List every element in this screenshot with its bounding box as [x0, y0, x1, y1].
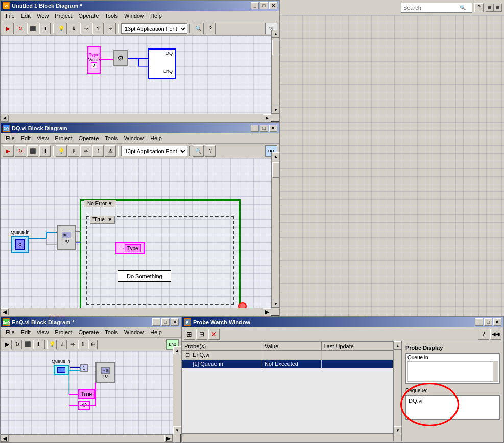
search-input[interactable] — [403, 5, 460, 11]
enq-run[interactable]: ▶ — [3, 340, 12, 349]
enq-zoom[interactable]: ⊕ — [88, 340, 98, 349]
enq-step-over[interactable]: ⇒ — [68, 340, 77, 349]
menu-edit[interactable]: Edit — [18, 12, 34, 20]
dq-abort[interactable]: ⬛ — [27, 145, 38, 157]
dequeue-block[interactable]: ⊞→ DQ — [57, 225, 76, 250]
dq-titlebar[interactable]: DQ DQ.vi Block Diagram _ □ ✕ — [1, 123, 279, 133]
dq-run[interactable]: ▶ — [3, 145, 14, 157]
enq-titlebar[interactable]: EnQ EnQ.vi Block Diagram * _ □ ✕ — [1, 317, 181, 327]
enq-close[interactable]: ✕ — [171, 318, 179, 326]
dq-tools[interactable]: Tools — [102, 134, 121, 142]
enq-step-out[interactable]: ⇑ — [78, 340, 87, 349]
true-block[interactable]: True — [78, 389, 95, 399]
dq-run-cont[interactable]: ↻ — [15, 145, 26, 157]
pause-btn[interactable]: ⏸ — [39, 23, 51, 34]
maximize-btn[interactable]: □ — [260, 2, 268, 9]
enq-scroll-down[interactable]: ▼ — [173, 426, 181, 434]
warn-btn[interactable]: ⚠ — [105, 23, 116, 34]
highlight-btn[interactable]: 💡 — [56, 23, 67, 34]
type-block-inner[interactable]: → Type — [115, 242, 145, 254]
menu-tools[interactable]: Tools — [102, 12, 121, 20]
menu-help[interactable]: Help — [147, 12, 165, 20]
enq-window[interactable]: Window — [121, 328, 147, 336]
dq-pause[interactable]: ⏸ — [39, 145, 51, 157]
menu-view[interactable]: View — [34, 12, 52, 20]
queue-in-terminal[interactable]: Queue in Q — [11, 230, 30, 253]
dq-scroll-left[interactable]: ◀ — [1, 308, 9, 315]
dq-highlight[interactable]: 💡 — [56, 145, 67, 157]
enq-highlight[interactable]: 💡 — [47, 340, 57, 349]
dq-scroll-down[interactable]: ▼ — [272, 300, 280, 308]
enq-scroll-up[interactable]: ▲ — [173, 346, 181, 354]
scroll-left[interactable]: ◀ — [1, 115, 9, 122]
probe-add-btn[interactable]: ⊞ — [184, 329, 195, 340]
menu-file[interactable]: File — [3, 12, 18, 20]
scroll-thumb[interactable] — [272, 40, 279, 55]
dq-operate[interactable]: Operate — [76, 134, 102, 142]
queue-in-block[interactable]: Q — [11, 236, 29, 253]
dq-warn[interactable]: ⚠ — [105, 145, 116, 157]
untitled-hscroll[interactable]: ◀ ▶ — [1, 114, 271, 122]
enqueue-block[interactable]: →⊞ EQ — [95, 362, 115, 383]
probe-add-row-btn[interactable]: ⊟ — [196, 329, 207, 340]
close-btn[interactable]: ✕ — [269, 2, 277, 9]
enq-help[interactable]: Help — [147, 328, 165, 336]
dq-scroll-up[interactable]: ▲ — [272, 152, 280, 160]
dq-step-out[interactable]: ⇑ — [92, 145, 104, 157]
scroll-right[interactable]: ▶ — [263, 114, 271, 121]
enq-project[interactable]: Project — [52, 328, 75, 336]
dq-project[interactable]: Project — [52, 134, 75, 142]
probe-vscroll[interactable]: ▲ ▼ — [393, 341, 401, 441]
probe-row-queue[interactable]: [1] Queue in Not Executed — [182, 360, 393, 368]
dq-scroll-thumb[interactable] — [272, 162, 279, 178]
probe-help-btn[interactable]: ? — [478, 329, 489, 340]
help-btn[interactable]: ? — [474, 3, 484, 12]
probe-hscroll[interactable] — [182, 433, 393, 441]
probe-close[interactable]: ✕ — [493, 318, 501, 326]
dq-step-over[interactable]: ⇒ — [80, 145, 91, 157]
scroll-down[interactable]: ▼ — [272, 106, 280, 114]
enq-hscroll-left[interactable]: ◀ — [1, 435, 9, 442]
enq-hscroll-right[interactable]: ▶ — [164, 435, 173, 442]
step-out-btn[interactable]: ⇑ — [92, 23, 104, 34]
enq-pause[interactable]: ⏸ — [33, 340, 42, 349]
true-selector[interactable]: "True" ▼ — [90, 216, 115, 224]
enq-run-cont[interactable]: ↻ — [13, 340, 22, 349]
probe-scroll-down[interactable]: ▼ — [394, 426, 402, 434]
value-42-block[interactable]: 42 — [78, 401, 90, 410]
dq-vscroll[interactable]: ▲ ▼ — [271, 152, 279, 308]
dq-enq-box[interactable]: DQ EnQ — [148, 48, 176, 79]
dq-help-ctx[interactable]: ? — [205, 145, 216, 157]
minimize-btn[interactable]: _ — [251, 2, 259, 9]
probe-minimize[interactable]: _ — [475, 318, 483, 326]
enq-vscroll[interactable]: ▲ ▼ — [173, 346, 181, 434]
enq-maximize[interactable]: □ — [161, 318, 170, 326]
dq-minimize[interactable]: _ — [251, 125, 259, 132]
enq-view[interactable]: View — [34, 328, 52, 336]
menu-project[interactable]: Project — [52, 12, 75, 20]
untitled-titlebar[interactable]: VI Untitled 1 Block Diagram * _ □ ✕ — [1, 1, 279, 11]
dq-window[interactable]: Window — [121, 134, 147, 142]
step-over-btn[interactable]: ⇒ — [80, 23, 91, 34]
dq-step-into[interactable]: ⇓ — [68, 145, 79, 157]
scroll-up[interactable]: ▲ — [272, 30, 280, 38]
probe-titlebar[interactable]: P Probe Watch Window _ □ ✕ — [182, 317, 503, 327]
enq-file[interactable]: File — [3, 328, 18, 336]
enq-step-into[interactable]: ⇓ — [58, 340, 67, 349]
menu-window[interactable]: Window — [121, 12, 147, 20]
step-into-btn[interactable]: ⇓ — [68, 23, 79, 34]
dq-font-selector[interactable]: 13pt Application Font — [121, 146, 187, 156]
probe-maximize[interactable]: □ — [484, 318, 492, 326]
enq-tools[interactable]: Tools — [102, 328, 121, 336]
search-container[interactable]: 🔍 — [401, 3, 472, 13]
dq-help[interactable]: Help — [147, 134, 165, 142]
probe-back-btn[interactable]: ◀◀ — [490, 329, 501, 340]
enq-operate[interactable]: Operate — [76, 328, 102, 336]
enq-minimize[interactable]: _ — [152, 318, 160, 326]
do-something-block[interactable]: Do Something — [118, 270, 171, 282]
case-structure[interactable]: No Error ▼ "True" ▼ → Type Do Some — [80, 199, 241, 311]
enq-abort[interactable]: ⬛ — [23, 340, 32, 349]
zoom-out-btn[interactable]: 🔍 — [193, 23, 204, 34]
pd-vscroll[interactable] — [493, 362, 498, 381]
run-cont-btn[interactable]: ↻ — [15, 23, 26, 34]
